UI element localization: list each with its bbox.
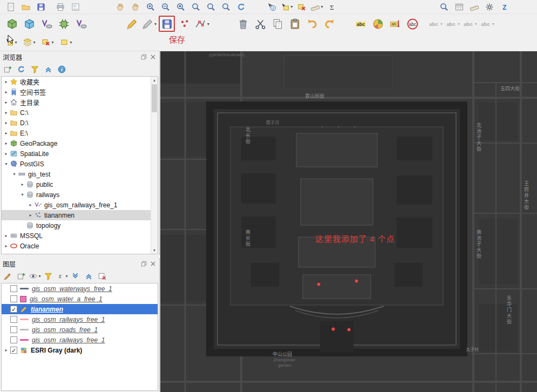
layer-item-railways-2[interactable]: gis_osm_railways_free_1 <box>2 335 158 345</box>
zoom-in-button[interactable] <box>144 1 158 13</box>
add-group-button[interactable] <box>15 270 28 282</box>
layer-item-waterways[interactable]: gis_osm_waterways_free_1 <box>2 283 158 294</box>
expand-all-button[interactable] <box>69 270 81 282</box>
layer-item-water-a[interactable]: gis_osm_water_a_free_1 <box>2 294 158 304</box>
save-layer-edits-button[interactable] <box>159 16 175 32</box>
zoom-out-button[interactable] <box>159 1 173 13</box>
undo-button[interactable] <box>304 16 320 32</box>
dropdown-arrow-icon[interactable]: ▾ <box>207 22 209 26</box>
expander-icon[interactable]: ▸ <box>3 141 9 146</box>
identify-features-button[interactable]: i <box>264 1 278 13</box>
expander-icon[interactable]: ▸ <box>28 202 33 207</box>
new-shapefile-layer-button[interactable] <box>21 16 37 32</box>
copy-features-button[interactable] <box>269 16 286 32</box>
expander-icon[interactable]: ▸ <box>3 110 9 115</box>
show-properties-button[interactable]: i <box>56 63 68 76</box>
browser-item-home[interactable]: ▸主目录 <box>2 97 158 107</box>
layer-labeling-options-button[interactable]: abc <box>352 16 369 32</box>
map-canvas[interactable]: (QIONGHUADAO)景山前街五四大街北长街南长街北池子大街南池子大街王府井… <box>160 51 537 392</box>
zoom-next-button[interactable] <box>219 1 233 13</box>
add-point-feature-button[interactable] <box>176 16 193 32</box>
expander-icon[interactable]: ▾ <box>19 192 25 197</box>
remove-layer-button[interactable] <box>96 270 108 282</box>
expander-icon[interactable]: ▸ <box>3 131 9 136</box>
layer-item-roads[interactable]: gis_osm_roads_free_1 <box>2 325 158 335</box>
highlight-pinned-labels-button[interactable]: abc <box>404 16 420 32</box>
refresh-map-button[interactable] <box>234 1 248 13</box>
expander-icon[interactable]: ▸ <box>3 233 9 238</box>
browser-item-public[interactable]: ▸public <box>2 179 158 190</box>
dropdown-arrow-icon[interactable]: ▾ <box>475 22 477 26</box>
new-temporary-scratch-layer-button[interactable] <box>56 16 72 32</box>
expander-icon[interactable]: ▸ <box>3 120 9 125</box>
open-attribute-table-button[interactable] <box>452 1 466 13</box>
open-project-button[interactable] <box>19 1 33 13</box>
browser-item-topology[interactable]: topology <box>2 220 158 231</box>
redo-button[interactable] <box>321 16 337 32</box>
new-project-button[interactable] <box>4 1 18 13</box>
deselect-features-button[interactable] <box>295 1 309 13</box>
browser-item-oracle[interactable]: ▸Oracle <box>2 241 158 251</box>
options-button[interactable] <box>482 1 497 13</box>
dropdown-arrow-icon[interactable]: ▾ <box>70 40 72 45</box>
float-panel-icon[interactable] <box>140 53 147 60</box>
close-panel-icon[interactable] <box>149 260 157 267</box>
pin-unpin-labels-button[interactable]: ab <box>387 16 403 32</box>
select-features-by-value-button[interactable]: ▾ <box>22 36 36 49</box>
refresh-browser-button[interactable] <box>15 63 28 76</box>
open-layer-styling-button[interactable] <box>2 270 14 282</box>
zoom-last-button[interactable] <box>204 1 218 13</box>
dropdown-arrow-icon[interactable]: ▾ <box>65 274 67 279</box>
current-edits-button[interactable]: ▾ <box>141 16 157 32</box>
filter-browser-button[interactable] <box>29 63 41 76</box>
new-mesh-layer-button[interactable] <box>73 16 89 32</box>
pan-to-selection-button[interactable] <box>128 1 142 13</box>
statistical-summary-button[interactable]: Σ <box>325 1 339 13</box>
browser-item-mssql[interactable]: ▸SQLMSSQL <box>2 231 158 241</box>
scroll-up-icon[interactable]: ▲ <box>151 77 158 84</box>
reselect-features-button[interactable]: ▾ <box>59 36 73 49</box>
deselect-all-features-button[interactable]: ▾ <box>40 36 55 49</box>
browser-item-spatialite[interactable]: ▸SpatiaLite <box>2 148 158 159</box>
browser-item-drive-e[interactable]: ▸E:\ <box>2 128 158 138</box>
browser-item-gis-test[interactable]: ▾gis_test <box>2 169 158 179</box>
collapse-all-button[interactable] <box>42 63 55 76</box>
browser-item-spatial-bookmarks[interactable]: ▸空间书签 <box>2 87 158 97</box>
browser-item-favorites[interactable]: ▸收藏夹 <box>2 77 158 87</box>
dropdown-arrow-icon[interactable]: ▾ <box>38 274 40 279</box>
scroll-down-icon[interactable]: ▼ <box>151 247 158 254</box>
delete-selected-button[interactable] <box>235 16 251 32</box>
toggle-editing-button[interactable] <box>124 16 140 32</box>
dropdown-arrow-icon[interactable]: ▾ <box>321 4 323 9</box>
expander-icon[interactable]: ▸ <box>3 348 9 353</box>
layer-item-esri-gray[interactable]: ▸✓ESRI Gray (dark) <box>2 345 158 355</box>
layer-diagram-options-button[interactable] <box>370 16 386 32</box>
browser-item-railways[interactable]: ▾railways <box>2 190 158 200</box>
add-selected-layers-button[interactable] <box>2 63 14 76</box>
layer-item-tiananmen[interactable]: ✓tiananmen <box>2 304 158 314</box>
expander-icon[interactable]: ▸ <box>3 244 9 248</box>
browser-scrollbar[interactable]: ▲ ▼ <box>151 77 158 254</box>
expander-icon[interactable]: ▸ <box>3 151 9 156</box>
select-features-button[interactable]: ▾ <box>280 1 294 13</box>
label-properties-button[interactable]: abc▾ <box>479 16 495 32</box>
browser-item-tiananmen[interactable]: ▸tiananmen <box>2 210 158 220</box>
layer-checkbox[interactable] <box>10 285 17 292</box>
scrollbar-thumb[interactable] <box>152 84 157 112</box>
move-label-button[interactable]: abc▾ <box>427 16 443 32</box>
dropdown-arrow-icon[interactable]: ▾ <box>458 22 460 26</box>
browser-item-drive-c[interactable]: ▸C:\ <box>2 107 158 118</box>
cut-features-button[interactable] <box>252 16 268 32</box>
expander-icon[interactable]: ▸ <box>3 90 9 94</box>
expander-icon[interactable]: ▸ <box>3 100 9 105</box>
expander-icon[interactable]: ▸ <box>19 182 25 187</box>
browser-item-geopackage[interactable]: ▸GeoPackage <box>2 138 158 148</box>
dropdown-arrow-icon[interactable]: ▾ <box>33 40 35 45</box>
new-geopackage-layer-button[interactable] <box>4 16 20 32</box>
collapse-all-layers-button[interactable] <box>83 270 95 282</box>
expander-icon[interactable]: ▸ <box>28 213 33 218</box>
expander-icon[interactable]: ▸ <box>3 79 9 84</box>
dropdown-arrow-icon[interactable]: ▾ <box>492 22 494 26</box>
layer-checkbox[interactable] <box>10 326 17 333</box>
filter-legend-button[interactable] <box>42 270 55 282</box>
